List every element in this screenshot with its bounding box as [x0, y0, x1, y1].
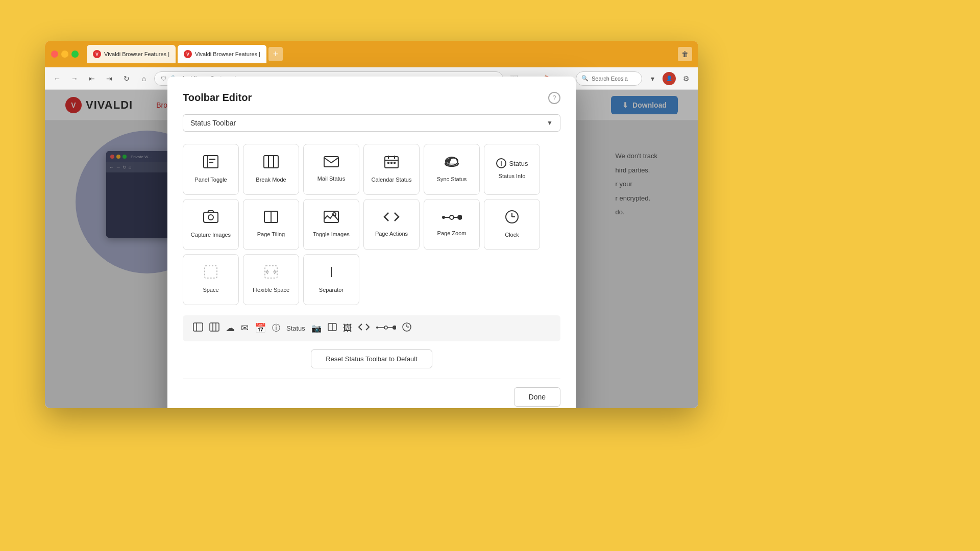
capture-images-label: Capture Images [191, 231, 231, 238]
preview-info[interactable]: ⓘ [272, 323, 280, 334]
mail-status-label: Mail Status [317, 175, 345, 182]
toolbar-item-page-zoom[interactable]: Page Zoom [424, 199, 480, 250]
preview-image[interactable]: 🖼 [343, 323, 352, 334]
preview-calendar[interactable]: 📅 [255, 322, 266, 334]
done-button[interactable]: Done [514, 387, 560, 407]
toolbar-editor-dialog: Toolbar Editor ? Status Toolbar ▼ [167, 77, 576, 409]
svg-point-19 [208, 215, 213, 220]
search-bar[interactable]: 🔍 Search Ecosia [576, 71, 642, 86]
dialog-footer: Done [183, 379, 560, 407]
tabs-area: V Vivaldi Browser Features | V Vivaldi B… [87, 45, 674, 63]
avatar[interactable]: 👤 [663, 72, 676, 85]
preview-camera[interactable]: 📷 [311, 323, 322, 333]
flexible-space-icon [264, 265, 278, 282]
preview-panel-toggle[interactable] [193, 322, 203, 334]
modal-overlay: Toolbar Editor ? Status Toolbar ▼ [45, 90, 698, 408]
preview-status-text: Status [286, 324, 305, 332]
toolbar-dropdown[interactable]: Status Toolbar ▼ [183, 114, 560, 132]
reset-button[interactable]: Reset Status Toolbar to Default [311, 349, 432, 368]
sync-status-icon [443, 155, 460, 171]
settings-icon[interactable]: ⚙ [679, 71, 693, 86]
preview-clock[interactable] [402, 322, 411, 334]
toolbar-item-page-actions[interactable]: Page Actions [363, 199, 420, 250]
skip-back-button[interactable]: ⇤ [85, 71, 99, 86]
home-button[interactable]: ⌂ [137, 71, 151, 86]
back-button[interactable]: ← [50, 71, 64, 86]
space-icon [204, 265, 218, 282]
chevron-down-search-icon[interactable]: ▾ [645, 71, 659, 86]
separator-icon [324, 265, 338, 282]
panel-toggle-label: Panel Toggle [194, 176, 227, 183]
calendar-status-label: Calendar Status [372, 176, 412, 183]
search-icon: 🔍 [581, 75, 589, 82]
tab-1-favicon: V [93, 50, 101, 58]
preview-zoom[interactable] [376, 323, 396, 334]
svg-rect-18 [204, 212, 218, 222]
capture-images-icon [203, 210, 219, 227]
svg-rect-31 [205, 266, 217, 278]
svg-rect-12 [387, 162, 389, 164]
flexible-space-label: Flexible Space [253, 286, 289, 293]
toolbar-item-calendar-status[interactable]: Calendar Status [363, 144, 420, 195]
separator-label: Separator [319, 286, 344, 293]
search-placeholder: Search Ecosia [592, 76, 628, 82]
svg-point-46 [384, 326, 387, 329]
toolbar-item-toggle-images[interactable]: Toggle Images [303, 199, 359, 250]
page-actions-label: Page Actions [375, 230, 408, 237]
toolbar-item-mail-status[interactable]: Mail Status [303, 144, 359, 195]
page-actions-icon [383, 211, 400, 226]
svg-rect-36 [193, 323, 203, 331]
page-tiling-icon [263, 210, 279, 227]
toolbar-item-break-mode[interactable]: Break Mode [243, 144, 299, 195]
toolbar-item-sync-status[interactable]: Sync Status [424, 144, 480, 195]
toolbar-item-flexible-space[interactable]: Flexible Space [243, 254, 299, 305]
tab-2-favicon: V [184, 50, 192, 58]
maximize-window-button[interactable] [71, 51, 79, 58]
dialog-header: Toolbar Editor ? [183, 92, 560, 104]
skip-forward-button[interactable]: ⇥ [102, 71, 116, 86]
svg-rect-4 [264, 156, 278, 168]
tab-2[interactable]: V Vivaldi Browser Features | [178, 45, 266, 63]
toggle-images-label: Toggle Images [313, 231, 350, 238]
trash-icon[interactable]: 🗑 [678, 47, 692, 61]
toolbar-item-capture-images[interactable]: Capture Images [183, 199, 239, 250]
minimize-window-button[interactable] [61, 51, 68, 58]
page-area: V VIVALDI Browser Mail News Community Ab… [45, 90, 698, 408]
browser-window: V Vivaldi Browser Features | V Vivaldi B… [45, 41, 698, 408]
forward-button[interactable]: → [67, 71, 82, 86]
preview-page-actions[interactable] [358, 323, 370, 334]
break-mode-icon [263, 155, 279, 172]
close-window-button[interactable] [51, 51, 58, 58]
toolbar-item-space[interactable]: Space [183, 254, 239, 305]
help-button[interactable]: ? [548, 92, 560, 104]
toolbar-item-page-tiling[interactable]: Page Tiling [243, 199, 299, 250]
page-zoom-icon [442, 211, 462, 226]
dialog-title: Toolbar Editor [183, 92, 252, 104]
status-info-icon: i Status [496, 158, 528, 168]
preview-sync[interactable]: ☁ [226, 322, 235, 334]
toolbar-item-separator[interactable]: Separator [303, 254, 359, 305]
break-mode-label: Break Mode [256, 176, 286, 183]
preview-mail[interactable]: ✉ [241, 322, 249, 334]
toggle-images-icon [323, 210, 339, 227]
toolbar-item-panel-toggle[interactable]: Panel Toggle [183, 144, 239, 195]
svg-rect-13 [390, 162, 393, 164]
chevron-down-icon: ▼ [547, 119, 553, 127]
calendar-status-icon [384, 155, 399, 172]
page-tiling-label: Page Tiling [257, 231, 285, 238]
clock-label: Clock [505, 231, 519, 238]
preview-break-mode[interactable] [209, 322, 219, 334]
preview-tiling[interactable] [328, 323, 337, 334]
toolbar-item-status-info[interactable]: i Status Status Info [484, 144, 540, 195]
svg-point-23 [333, 213, 336, 216]
clock-icon [505, 210, 519, 227]
tab-1[interactable]: V Vivaldi Browser Features | [87, 45, 176, 63]
toolbar-item-clock[interactable]: Clock [484, 199, 540, 250]
svg-point-27 [450, 215, 454, 219]
new-tab-button[interactable]: + [268, 47, 283, 61]
page-zoom-label: Page Zoom [437, 230, 467, 237]
reload-button[interactable]: ↻ [119, 71, 134, 86]
traffic-lights [51, 51, 79, 58]
svg-rect-38 [210, 323, 219, 331]
mail-status-icon [323, 156, 339, 171]
